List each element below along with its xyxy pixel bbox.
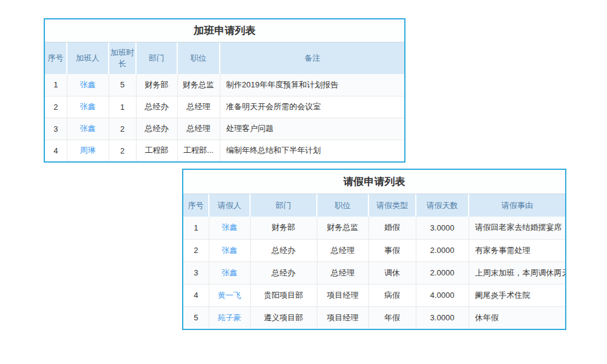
cell-type: 婚假 (368, 217, 416, 239)
cell-hours: 5 (109, 74, 136, 96)
table-row: 3 张鑫 2 总经办 总经理 处理客户问题 (45, 118, 404, 140)
table-row: 3 张鑫 总经办 总经理 调休 2.0000 上周末加班，本周调休两天 (183, 261, 565, 284)
cell-position: 总经理 (317, 239, 368, 261)
cell-person: 张鑫 (209, 217, 250, 239)
overtime-table: 序号 加班人 加班时长 部门 职位 备注 1 张鑫 5 财务部 财务总监 制作2… (45, 42, 404, 161)
column-header-days: 请假天数 (416, 194, 469, 217)
cell-remark: 制作2019年年度预算和计划报告 (220, 74, 404, 96)
column-header-position: 职位 (317, 194, 368, 217)
cell-days: 2.0000 (416, 261, 469, 284)
cell-position: 财务总监 (317, 217, 368, 239)
leave-list-title: 请假申请列表 (183, 170, 565, 194)
person-name-link[interactable]: 张鑫 (80, 124, 96, 133)
cell-person: 张鑫 (67, 96, 109, 118)
cell-days: 3.0000 (416, 306, 469, 329)
cell-hours: 2 (109, 118, 136, 140)
cell-person: 周琳 (67, 140, 109, 161)
column-header-seq: 序号 (45, 42, 67, 74)
table-row: 4 周琳 2 工程部 工程部... 编制年终总结和下半年计划 (45, 140, 404, 161)
cell-seq: 1 (45, 74, 67, 96)
cell-remark: 准备明天开会所需的会议室 (220, 96, 404, 118)
cell-dept: 财务部 (136, 74, 177, 96)
cell-hours: 2 (109, 140, 136, 161)
cell-days: 3.0000 (416, 217, 469, 239)
cell-seq: 3 (183, 261, 209, 284)
cell-days: 2.0000 (416, 239, 469, 261)
cell-reason: 上周末加班，本周调休两天 (469, 261, 565, 284)
cell-type: 事假 (368, 239, 416, 261)
cell-dept: 工程部 (136, 140, 177, 161)
table-row: 5 苑子豪 遵义项目部 项目经理 年假 3.0000 休年假 (183, 306, 565, 329)
cell-reason: 阑尾炎手术住院 (469, 284, 565, 306)
person-name-link[interactable]: 苑子豪 (218, 313, 242, 322)
cell-person: 苑子豪 (209, 306, 250, 329)
column-header-type: 请假类型 (368, 194, 416, 217)
overtime-list-panel: 加班申请列表 序号 加班人 加班时长 部门 职位 备注 1 张鑫 5 财务部 财… (44, 18, 405, 163)
column-header-person: 请假人 (209, 194, 250, 217)
cell-person: 黄一飞 (209, 284, 250, 306)
cell-dept: 总经办 (136, 118, 177, 140)
cell-type: 调休 (368, 261, 416, 284)
cell-type: 年假 (368, 306, 416, 329)
column-header-person: 加班人 (67, 42, 109, 74)
cell-position: 项目经理 (317, 306, 368, 329)
person-name-link[interactable]: 张鑫 (80, 102, 96, 111)
cell-seq: 4 (45, 140, 67, 161)
cell-dept: 总经办 (250, 261, 317, 284)
person-name-link[interactable]: 张鑫 (222, 246, 237, 255)
cell-seq: 5 (183, 306, 209, 329)
overtime-header-row: 序号 加班人 加班时长 部门 职位 备注 (45, 42, 404, 74)
column-header-dept: 部门 (250, 194, 317, 217)
person-name-link[interactable]: 周琳 (80, 146, 96, 155)
cell-person: 张鑫 (67, 74, 109, 96)
cell-seq: 2 (183, 239, 209, 261)
cell-person: 张鑫 (209, 261, 250, 284)
cell-reason: 有家务事需处理 (469, 239, 565, 261)
cell-dept: 财务部 (250, 217, 317, 239)
cell-position: 财务总监 (177, 74, 220, 96)
overtime-list-title: 加班申请列表 (45, 19, 404, 42)
column-header-dept: 部门 (136, 42, 177, 74)
cell-reason: 休年假 (469, 306, 565, 329)
cell-dept: 总经办 (250, 239, 317, 261)
column-header-remark: 备注 (220, 42, 404, 74)
person-name-link[interactable]: 黄一飞 (218, 291, 242, 300)
cell-person: 张鑫 (209, 239, 250, 261)
table-row: 1 张鑫 财务部 财务总监 婚假 3.0000 请假回老家去结婚摆宴席 (183, 217, 565, 239)
cell-person: 张鑫 (67, 118, 109, 140)
cell-position: 项目经理 (317, 284, 368, 306)
cell-dept: 遵义项目部 (250, 306, 317, 329)
cell-position: 总经理 (177, 118, 220, 140)
cell-dept: 总经办 (136, 96, 177, 118)
cell-hours: 1 (109, 96, 136, 118)
cell-position: 工程部... (177, 140, 220, 161)
leave-table: 序号 请假人 部门 职位 请假类型 请假天数 请假事由 1 张鑫 财务部 财务总… (183, 194, 565, 329)
leave-header-row: 序号 请假人 部门 职位 请假类型 请假天数 请假事由 (183, 194, 565, 217)
cell-seq: 4 (183, 284, 209, 306)
cell-reason: 请假回老家去结婚摆宴席 (469, 217, 565, 239)
cell-position: 总经理 (317, 261, 368, 284)
person-name-link[interactable]: 张鑫 (222, 223, 237, 232)
cell-seq: 3 (45, 118, 67, 140)
cell-remark: 编制年终总结和下半年计划 (220, 140, 404, 161)
cell-seq: 2 (45, 96, 67, 118)
column-header-reason: 请假事由 (469, 194, 565, 217)
cell-days: 4.0000 (416, 284, 469, 306)
column-header-hours: 加班时长 (109, 42, 136, 74)
cell-remark: 处理客户问题 (220, 118, 404, 140)
table-row: 2 张鑫 1 总经办 总经理 准备明天开会所需的会议室 (45, 96, 404, 118)
cell-dept: 贵阳项目部 (250, 284, 317, 306)
table-row: 2 张鑫 总经办 总经理 事假 2.0000 有家务事需处理 (183, 239, 565, 261)
cell-seq: 1 (183, 217, 209, 239)
person-name-link[interactable]: 张鑫 (222, 268, 237, 277)
table-row: 4 黄一飞 贵阳项目部 项目经理 病假 4.0000 阑尾炎手术住院 (183, 284, 565, 306)
leave-list-panel: 请假申请列表 序号 请假人 部门 职位 请假类型 请假天数 请假事由 1 张鑫 … (182, 169, 566, 330)
cell-position: 总经理 (177, 96, 220, 118)
table-row: 1 张鑫 5 财务部 财务总监 制作2019年年度预算和计划报告 (45, 74, 404, 96)
column-header-position: 职位 (177, 42, 220, 74)
column-header-seq: 序号 (183, 194, 209, 217)
cell-type: 病假 (368, 284, 416, 306)
person-name-link[interactable]: 张鑫 (80, 80, 96, 89)
